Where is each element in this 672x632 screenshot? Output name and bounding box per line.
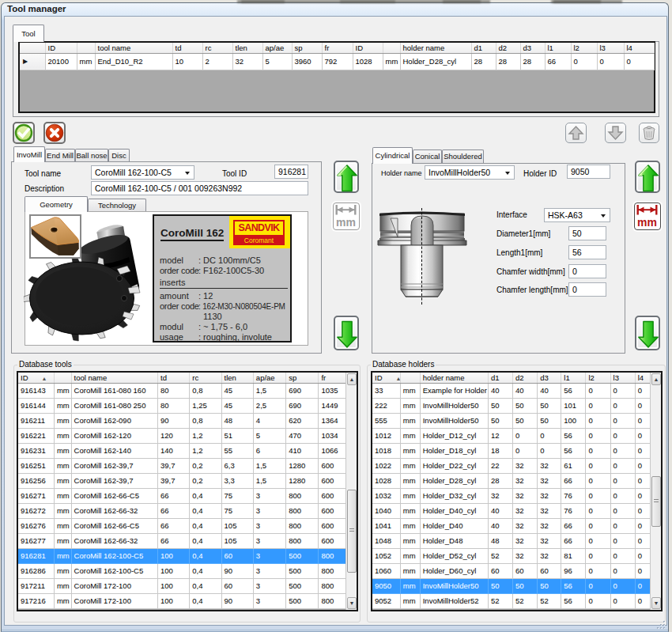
- svg-text:mm: mm: [336, 216, 356, 229]
- svg-text:mm: mm: [637, 216, 657, 229]
